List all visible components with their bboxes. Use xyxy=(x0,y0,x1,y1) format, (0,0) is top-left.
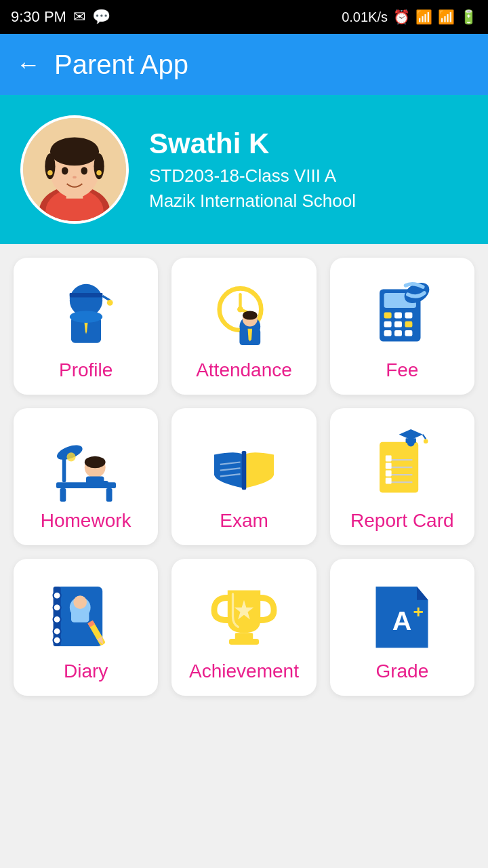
grid-item-profile[interactable]: Profile xyxy=(14,258,158,395)
attendance-label: Attendance xyxy=(196,359,292,388)
diary-label: Diary xyxy=(64,660,108,689)
profile-student-id: STD203-18-Class VIII A xyxy=(149,165,468,186)
svg-line-69 xyxy=(423,435,426,439)
gmail-icon: ✉ xyxy=(73,8,85,26)
homework-icon xyxy=(49,429,123,503)
exam-icon xyxy=(207,429,281,503)
signal-icon: 📶 xyxy=(438,9,455,25)
svg-point-5 xyxy=(50,138,99,166)
svg-rect-64 xyxy=(386,471,392,477)
profile-school: Mazik International School xyxy=(149,191,468,212)
svg-point-48 xyxy=(66,452,75,461)
svg-point-18 xyxy=(106,300,113,306)
svg-text:A: A xyxy=(392,606,412,635)
svg-point-28 xyxy=(243,311,258,319)
page-title: Parent App xyxy=(54,50,188,80)
chat-icon: 💬 xyxy=(92,8,110,26)
grid-item-diary[interactable]: Diary xyxy=(14,559,158,696)
svg-point-73 xyxy=(53,592,60,599)
diary-icon xyxy=(49,579,123,654)
svg-rect-38 xyxy=(405,321,413,328)
svg-line-17 xyxy=(102,296,110,300)
grid-item-grade[interactable]: A + Grade xyxy=(330,559,474,696)
grid-item-report-card[interactable]: Report Card xyxy=(330,408,474,545)
svg-point-70 xyxy=(424,439,428,443)
svg-point-21 xyxy=(69,311,102,323)
svg-rect-85 xyxy=(229,639,259,645)
grid-item-achievement[interactable]: Achievement xyxy=(171,559,316,696)
svg-point-79 xyxy=(73,595,87,609)
svg-point-50 xyxy=(84,456,105,469)
menu-grid: Profile Attendance xyxy=(0,244,488,709)
back-button[interactable]: ← xyxy=(16,52,41,77)
grade-icon: A + xyxy=(365,579,439,654)
profile-banner: Swathi K STD203-18-Class VIII A Mazik In… xyxy=(0,95,488,244)
svg-point-9 xyxy=(81,167,88,174)
homework-label: Homework xyxy=(41,510,131,538)
svg-point-11 xyxy=(47,170,53,176)
svg-rect-39 xyxy=(384,330,392,336)
attendance-icon xyxy=(207,278,281,353)
grade-label: Grade xyxy=(375,660,428,689)
svg-point-8 xyxy=(62,167,68,174)
avatar xyxy=(20,115,129,224)
profile-info: Swathi K STD203-18-Class VIII A Mazik In… xyxy=(149,127,468,212)
svg-rect-36 xyxy=(384,321,392,328)
report-card-label: Report Card xyxy=(350,510,454,538)
svg-rect-53 xyxy=(242,451,247,490)
report-card-icon xyxy=(365,429,439,503)
svg-point-76 xyxy=(53,628,60,635)
svg-marker-66 xyxy=(399,429,423,439)
svg-point-75 xyxy=(53,616,60,623)
svg-rect-65 xyxy=(386,478,392,484)
achievement-label: Achievement xyxy=(189,660,299,689)
fee-label: Fee xyxy=(386,359,418,388)
svg-rect-44 xyxy=(60,488,66,502)
svg-rect-52 xyxy=(86,481,108,486)
status-time: 9:30 PM xyxy=(11,8,66,26)
svg-text:+: + xyxy=(413,601,424,622)
status-right: 0.01K/s ⏰ 📶 📶 🔋 xyxy=(342,9,477,25)
svg-point-10 xyxy=(73,176,77,179)
svg-rect-33 xyxy=(384,313,392,319)
grid-item-attendance[interactable]: Attendance xyxy=(171,258,316,395)
status-bar: 9:30 PM ✉ 💬 0.01K/s ⏰ 📶 📶 🔋 xyxy=(0,0,488,34)
achievement-icon xyxy=(207,579,281,654)
top-bar: ← Parent App xyxy=(0,34,488,95)
svg-rect-37 xyxy=(394,321,402,328)
svg-rect-41 xyxy=(405,330,413,336)
status-left: 9:30 PM ✉ 💬 xyxy=(11,8,110,26)
svg-rect-80 xyxy=(71,609,89,623)
alarm-icon: ⏰ xyxy=(393,9,410,25)
grid-item-fee[interactable]: Fee xyxy=(330,258,474,395)
svg-rect-34 xyxy=(394,313,402,319)
grid-item-exam[interactable]: Exam xyxy=(171,408,316,545)
svg-rect-63 xyxy=(386,463,392,469)
wifi-icon: 📶 xyxy=(415,9,432,25)
profile-name: Swathi K xyxy=(149,127,468,160)
network-speed: 0.01K/s xyxy=(342,9,388,25)
svg-point-74 xyxy=(53,604,60,611)
svg-rect-40 xyxy=(394,330,402,336)
svg-rect-35 xyxy=(405,313,413,319)
battery-icon: 🔋 xyxy=(460,9,477,25)
profile-icon xyxy=(49,278,123,353)
svg-point-68 xyxy=(407,439,415,446)
svg-rect-45 xyxy=(106,488,112,502)
exam-label: Exam xyxy=(220,510,268,538)
svg-rect-62 xyxy=(386,456,392,462)
svg-point-77 xyxy=(53,637,60,644)
svg-point-12 xyxy=(96,170,102,176)
fee-icon xyxy=(365,278,439,353)
svg-rect-16 xyxy=(69,293,102,298)
grid-item-homework[interactable]: Homework xyxy=(14,408,158,545)
profile-label: Profile xyxy=(59,359,113,388)
